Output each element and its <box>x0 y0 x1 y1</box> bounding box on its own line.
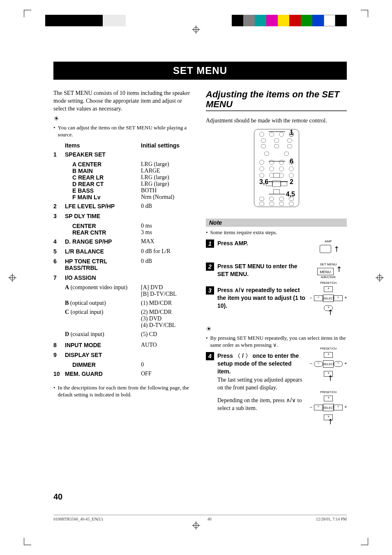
io-assign-label: A (component video input) <box>65 284 141 297</box>
item-value <box>141 352 194 358</box>
item-number: 8 <box>53 342 65 348</box>
io-assign-value: (2) MD/CDR(3) DVD(4) D-TV/CBL <box>141 309 194 329</box>
step-number: 3 <box>206 286 214 295</box>
item-name: I/O ASSIGN <box>65 274 141 281</box>
up-down-icon: ∧/∨ <box>286 397 296 403</box>
bullet-icon: • <box>53 124 55 138</box>
down-icon: ∨ <box>273 342 277 348</box>
grayscale-bar <box>45 15 126 26</box>
callout-45: 4,5 <box>286 191 295 198</box>
item-name: DISPLAY SET <box>65 352 141 358</box>
bullet-icon: • <box>53 385 55 398</box>
crop-mark <box>361 10 368 17</box>
column-header-items: Items <box>65 142 141 149</box>
sub-item-name: C REAR LR <box>65 174 141 181</box>
remote-diagram: 1 6 2 4,5 3,6 <box>206 129 347 211</box>
sub-item-name: CENTER <box>65 223 141 229</box>
sub-item-name: F MAIN Lv <box>65 194 141 200</box>
right-intro: Adjustment should be made with the remot… <box>206 117 347 125</box>
item-value: MAX <box>141 238 194 245</box>
step-2-text: Press SET MENU to enter the SET MENU. <box>217 263 307 278</box>
item-number: 1 <box>53 151 65 158</box>
sub-item-value: 0 ms <box>141 223 194 229</box>
item-name: L/R BALANCE <box>65 248 141 255</box>
note-label: Note <box>206 219 347 227</box>
page-title: SET MENU <box>53 62 347 80</box>
column-header-initial: Initial settings <box>141 142 194 149</box>
step-4-text: Press 〈 / 〉 once to enter the setup mode… <box>217 352 307 412</box>
color-swatch-bar <box>232 15 347 26</box>
sub-item-value: LRG (large) <box>141 174 194 181</box>
io-assign-value: [A] DVD[B] D-TV/CBL <box>141 284 194 297</box>
item-value <box>141 151 194 158</box>
item-value: 0 dB <box>141 258 194 271</box>
item-number: 5 <box>53 248 65 255</box>
tip-icon: ☀︎ <box>53 115 59 122</box>
up-down-icon: ∧/∨ <box>235 287 244 293</box>
registration-mark-icon <box>192 25 200 34</box>
crop-mark <box>24 10 31 17</box>
sub-item-value: 0 <box>141 362 194 368</box>
set-menu-tip: By pressing SET MENU repeatedly, you can… <box>210 335 347 349</box>
item-number: 3 <box>53 213 65 219</box>
left-footnote: In the descriptions for each item from t… <box>58 385 194 398</box>
crop-mark <box>24 538 31 545</box>
item-value: AUTO <box>141 342 194 348</box>
item-name: SP DLY TIME <box>65 213 141 219</box>
item-name: INPUT MODE <box>65 342 141 348</box>
footer-right: 12/28/01, 7:14 PM <box>316 517 347 521</box>
item-name: HP TONE CTRL BASS/TRBL <box>65 258 141 271</box>
left-right-icon: 〈 / 〉 <box>235 352 251 359</box>
step-number: 1 <box>206 240 214 248</box>
sub-item-value: LRG (large) <box>141 161 194 168</box>
print-footer: 0108HTR5560_40-45_EN(U) 40 12/28/01, 7:1… <box>53 515 347 521</box>
amp-button-icon: AMP ↖ <box>310 240 347 255</box>
callout-1: 1 <box>290 129 293 136</box>
step-number: 4 <box>206 352 214 360</box>
intro-note: You can adjust the items on the SET MENU… <box>58 124 194 138</box>
item-value <box>141 274 194 281</box>
item-value: 0 dB for L/R <box>141 248 194 255</box>
item-number: 7 <box>53 274 65 281</box>
crop-mark <box>361 538 368 545</box>
registration-mark-icon <box>376 274 384 282</box>
sub-item-name: REAR CNTR <box>65 229 141 236</box>
footer-left: 0108HTR5560_40-45_EN(U) <box>53 517 103 521</box>
item-number: 4 <box>53 238 65 245</box>
step-3-text: Press ∧/∨ repeatedly to select the item … <box>217 286 307 310</box>
sub-item-value: LARGE <box>141 168 194 174</box>
dpad-icon: PRESET/CH ∧ ∨ < > SELECT –+ ↖ <box>310 286 347 318</box>
registration-mark-icon <box>8 274 16 282</box>
io-assign-value: (1) MD/CDR <box>141 300 194 306</box>
item-value: 0 dB <box>141 203 194 210</box>
callout-2: 2 <box>290 178 293 186</box>
callout-6: 6 <box>290 158 293 165</box>
sub-item-value: 3 ms <box>141 229 194 236</box>
item-number: 6 <box>53 258 65 271</box>
registration-mark-icon <box>192 521 200 530</box>
item-name: SPEAKER SET <box>65 151 141 158</box>
intro-text: The SET MENU consists of 10 items includ… <box>53 90 194 113</box>
callout-36: 3,6 <box>259 178 268 186</box>
item-number: 10 <box>53 371 65 377</box>
bullet-icon: • <box>206 335 208 349</box>
sub-item-value: LRG (large) <box>141 181 194 187</box>
io-assign-value: (5) CD <box>141 331 194 338</box>
item-name: D. RANGE SP/HP <box>65 238 141 245</box>
sub-item-name: E BASS <box>65 187 141 194</box>
step-1-text: Press AMP. <box>217 240 307 247</box>
menu-button-icon: SET MENU MENU↖ A/B/C/D/E <box>310 263 347 279</box>
item-number: 2 <box>53 203 65 210</box>
sub-item-name: DIMMER <box>65 362 141 368</box>
item-number: 9 <box>53 352 65 358</box>
page-number: 40 <box>53 492 62 502</box>
section-heading: Adjusting the items on the SET MENU <box>206 90 347 111</box>
dpad-icon: PRESET/CH ∧ ∨ < > SELECT –+ ↖ PRESET/CH … <box>310 352 347 428</box>
io-assign-label: C (optical input) <box>65 309 141 329</box>
sub-item-name: B MAIN <box>65 168 141 174</box>
sub-item-name: A CENTER <box>65 161 141 168</box>
item-name: LFE LEVEL SP/HP <box>65 203 141 210</box>
sub-item-value: BOTH <box>141 187 194 194</box>
item-name: MEM. GUARD <box>65 371 141 377</box>
footer-center: 40 <box>208 517 212 521</box>
